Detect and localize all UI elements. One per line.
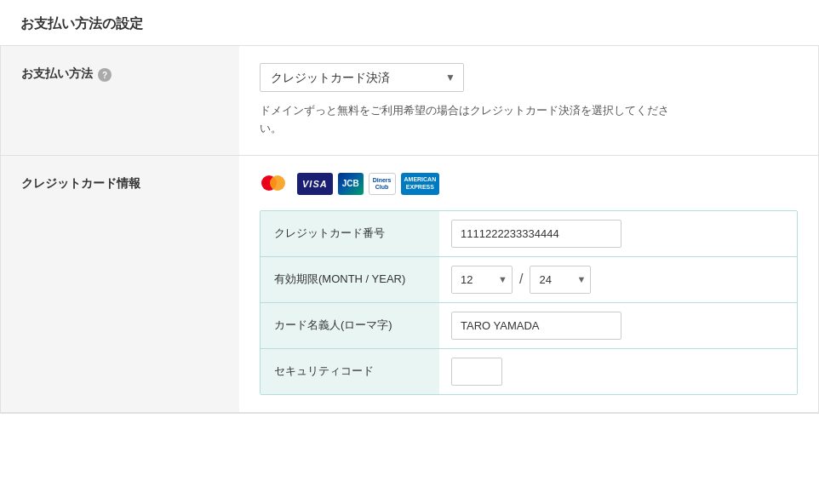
credit-card-content: VISA JCB DinersClub AMERICANEXPRESS クレジッ… (239, 156, 818, 412)
card-form: クレジットカード番号 有効期限(MONTH / YEAR) 01020304 (260, 210, 798, 395)
security-code-row: セキュリティコード (261, 349, 797, 394)
card-number-input-wrap (439, 211, 797, 256)
credit-card-label-text: クレジットカード情報 (21, 176, 140, 192)
expiry-month-select[interactable]: 01020304 05060708 09101112 (451, 266, 513, 294)
payment-method-label-cell: お支払い方法 ? (1, 46, 239, 155)
amex-logo: AMERICANEXPRESS (401, 173, 440, 195)
diners-logo: DinersClub (369, 173, 396, 195)
jcb-logo: JCB (338, 173, 364, 195)
payment-method-row: お支払い方法 ? クレジットカード決済 銀行振込 コンビニ払い ▼ ドメインずっ… (1, 46, 818, 156)
credit-card-info-row: クレジットカード情報 VISA JCB DinersClub AMERICANE… (1, 156, 818, 413)
cardholder-input-wrap (439, 303, 797, 348)
expiry-label: 有効期限(MONTH / YEAR) (261, 260, 439, 299)
expiry-month-wrap: 01020304 05060708 09101112 ▼ (451, 266, 513, 294)
payment-method-label-text: お支払い方法 (21, 66, 93, 82)
card-logos: VISA JCB DinersClub AMERICANEXPRESS (260, 173, 798, 195)
payment-note: ドメインずっと無料をご利用希望の場合はクレジットカード決済を選択してください。 (260, 102, 685, 138)
settings-table: お支払い方法 ? クレジットカード決済 銀行振込 コンビニ払い ▼ ドメインずっ… (0, 46, 819, 414)
cardholder-input[interactable] (451, 312, 621, 340)
card-number-input[interactable] (451, 220, 621, 248)
cardholder-row: カード名義人(ローマ字) (261, 303, 797, 349)
payment-method-content: クレジットカード決済 銀行振込 コンビニ払い ▼ ドメインずっと無料をご利用希望… (239, 46, 818, 155)
expiry-wrap: 01020304 05060708 09101112 ▼ / 24252627 (451, 266, 785, 294)
page-title: お支払い方法の設定 (0, 0, 819, 46)
card-number-row: クレジットカード番号 (261, 211, 797, 257)
expiry-row: 有効期限(MONTH / YEAR) 01020304 05060708 091… (261, 257, 797, 303)
expiry-input-wrap: 01020304 05060708 09101112 ▼ / 24252627 (439, 257, 797, 302)
expiry-slash: / (519, 272, 523, 287)
security-code-label: セキュリティコード (261, 352, 439, 391)
security-code-input-wrap (439, 349, 797, 394)
credit-card-label-cell: クレジットカード情報 (1, 156, 239, 412)
expiry-year-select[interactable]: 24252627 282930 (530, 266, 591, 294)
visa-logo: VISA (297, 173, 333, 195)
payment-select-wrap: クレジットカード決済 銀行振込 コンビニ払い ▼ (260, 63, 464, 92)
help-icon[interactable]: ? (98, 68, 112, 82)
security-code-input[interactable] (451, 358, 502, 386)
expiry-year-wrap: 24252627 282930 ▼ (530, 266, 591, 294)
cardholder-label: カード名義人(ローマ字) (261, 306, 439, 345)
mastercard-logo (260, 173, 292, 195)
card-number-label: クレジットカード番号 (261, 214, 439, 253)
payment-method-select[interactable]: クレジットカード決済 銀行振込 コンビニ払い (260, 63, 464, 92)
